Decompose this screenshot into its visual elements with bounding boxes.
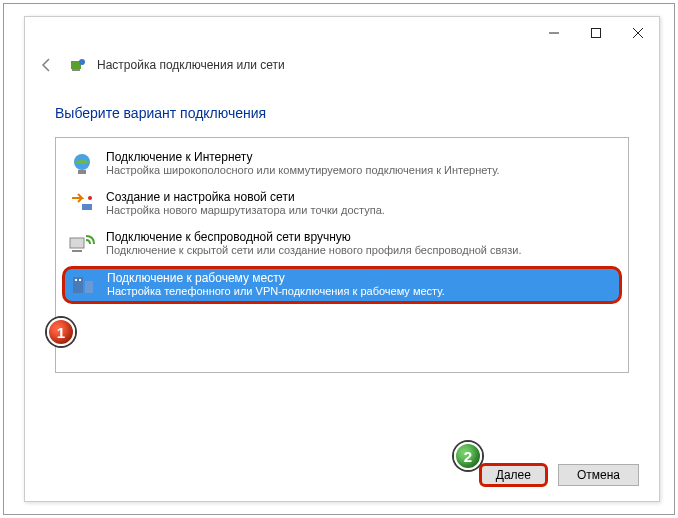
option-workplace[interactable]: Подключение к рабочему месту Настройка т… — [62, 266, 622, 304]
annotation-marker-2: 2 — [454, 442, 482, 470]
option-internet[interactable]: Подключение к Интернету Настройка широко… — [62, 146, 622, 182]
option-title: Подключение к беспроводной сети вручную — [106, 230, 521, 244]
page-heading: Выберите вариант подключения — [55, 105, 629, 121]
svg-rect-1 — [592, 29, 601, 38]
svg-rect-11 — [70, 238, 84, 248]
content-area: Выберите вариант подключения Подключение… — [25, 87, 659, 383]
svg-rect-16 — [79, 279, 81, 281]
close-button[interactable] — [617, 19, 659, 47]
router-setup-icon — [68, 190, 96, 218]
wireless-manual-icon — [68, 230, 96, 258]
button-row: Далее Отмена — [479, 463, 639, 487]
connection-options-list: Подключение к Интернету Настройка широко… — [55, 137, 629, 373]
network-center-icon — [69, 56, 87, 74]
svg-rect-14 — [85, 281, 93, 293]
option-desc: Настройка широкополосного или коммутируе… — [106, 164, 500, 176]
option-desc: Подключение к скрытой сети или создание … — [106, 244, 521, 256]
option-desc: Настройка нового маршрутизатора или точк… — [106, 204, 385, 216]
globe-icon — [68, 150, 96, 178]
svg-rect-9 — [82, 204, 92, 210]
svg-rect-12 — [72, 250, 82, 252]
option-title: Создание и настройка новой сети — [106, 190, 385, 204]
svg-point-10 — [88, 196, 92, 200]
option-new-network[interactable]: Создание и настройка новой сети Настройк… — [62, 186, 622, 222]
option-title: Подключение к рабочему месту — [107, 271, 445, 285]
svg-point-5 — [79, 59, 85, 65]
option-manual-wireless[interactable]: Подключение к беспроводной сети вручную … — [62, 226, 622, 262]
svg-rect-8 — [78, 170, 86, 174]
window-title: Настройка подключения или сети — [97, 58, 285, 72]
header: Настройка подключения или сети — [25, 49, 659, 87]
titlebar — [25, 17, 659, 49]
cancel-button[interactable]: Отмена — [558, 464, 639, 486]
svg-rect-15 — [75, 279, 77, 281]
option-desc: Настройка телефонного или VPN-подключени… — [107, 285, 445, 297]
next-button[interactable]: Далее — [479, 463, 548, 487]
back-button[interactable] — [35, 53, 59, 77]
wizard-window: Настройка подключения или сети Выберите … — [24, 16, 660, 502]
minimize-button[interactable] — [533, 19, 575, 47]
annotation-marker-1: 1 — [47, 318, 75, 346]
svg-rect-6 — [72, 69, 80, 71]
workplace-icon — [69, 271, 97, 299]
option-title: Подключение к Интернету — [106, 150, 500, 164]
maximize-button[interactable] — [575, 19, 617, 47]
svg-rect-13 — [73, 277, 83, 293]
